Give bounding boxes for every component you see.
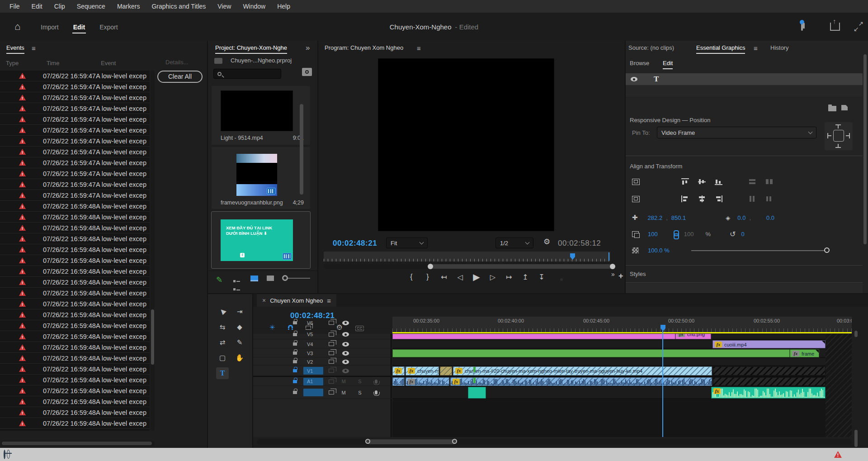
menu-graphics-and-titles[interactable]: Graphics and Titles — [146, 0, 212, 13]
transport-more-icon[interactable]: » — [611, 271, 615, 278]
mute-button[interactable]: M — [340, 379, 347, 384]
table-row[interactable]: !07/26/22 16:59:48A low-level excep — [0, 364, 150, 375]
clip-a1[interactable] — [713, 377, 826, 386]
fx-badge[interactable]: fx — [792, 351, 799, 356]
program-video-frame[interactable] — [378, 58, 554, 231]
align-bottom-icon[interactable] — [715, 178, 722, 185]
events-vscrollbar-thumb[interactable] — [151, 309, 154, 365]
new-item-pencil-icon[interactable]: ✎ — [216, 275, 222, 285]
track-visibility-eye-icon[interactable] — [342, 351, 349, 356]
distribute-horizontal-center-icon[interactable] — [749, 195, 756, 202]
go-to-in-icon[interactable]: ↤ — [437, 273, 451, 281]
table-row[interactable]: !07/26/22 16:59:47A low-level excep — [0, 157, 150, 168]
mute-button[interactable]: M — [340, 390, 347, 395]
table-row[interactable]: !07/26/22 16:59:48A low-level excep — [0, 255, 150, 266]
track-header-v6[interactable]: V6 — [253, 317, 392, 329]
timeline-vscrollbar-bottom[interactable] — [854, 430, 858, 447]
position-x-value[interactable]: 282.2 — [648, 214, 663, 221]
track-name-v4[interactable]: V4 — [303, 340, 323, 348]
clip-v1[interactable] — [440, 366, 452, 375]
table-row[interactable]: !07/26/22 16:59:48A low-level excep — [0, 299, 150, 309]
table-row[interactable]: !07/26/22 16:59:48A low-level excep — [0, 418, 150, 429]
project-item-name[interactable]: framevuognxanhblur.png — [221, 200, 283, 206]
program-zoom-scrollbar[interactable] — [324, 264, 610, 269]
pin-to-select[interactable]: Video Frame — [657, 127, 816, 138]
menu-view[interactable]: View — [212, 0, 237, 13]
program-zoom-knob-right[interactable] — [610, 264, 615, 269]
events-panel-tab[interactable]: Events — [6, 44, 24, 54]
program-zoom-select[interactable]: Fit — [386, 238, 428, 248]
table-row[interactable]: !07/26/22 16:59:47A low-level excep — [0, 179, 150, 190]
clip-a2[interactable] — [468, 387, 486, 399]
events-col-time[interactable]: Time — [47, 60, 59, 67]
solo-button[interactable]: S — [357, 390, 363, 395]
opacity-value[interactable]: 100.0 % — [648, 247, 670, 254]
clip-chuyen-ma-#2[interactable]: fxchuyen-ma-#2 — [406, 366, 439, 375]
table-row[interactable]: !07/26/22 16:59:48A low-level excep — [0, 201, 150, 212]
rectangle-tool[interactable]: ▢ — [216, 352, 229, 364]
subtab-browse[interactable]: Browse — [630, 60, 649, 67]
track-name-v6[interactable]: V6 — [303, 319, 323, 327]
source-patch-icon[interactable] — [329, 351, 334, 355]
table-row[interactable]: !07/26/22 16:59:48A low-level excep — [0, 266, 150, 277]
source-patch-icon[interactable] — [329, 380, 334, 384]
project-item-name[interactable]: Light - 9514.mp4 — [221, 135, 263, 141]
track-name-v5[interactable]: V5 — [303, 331, 323, 338]
track-header-v3[interactable]: V3 — [253, 349, 392, 357]
program-scrub-bar[interactable] — [324, 252, 610, 261]
distribute-horizontal-icon[interactable] — [749, 178, 756, 185]
share-icon[interactable] — [830, 23, 840, 33]
distribute-vertical-center-icon[interactable] — [765, 195, 773, 202]
lock-icon[interactable] — [293, 369, 297, 372]
table-row[interactable]: !07/26/22 16:59:48A low-level excep — [0, 244, 150, 255]
table-row[interactable]: !07/26/22 16:59:48A low-level excep — [0, 233, 150, 244]
table-row[interactable]: !07/26/22 16:59:48A low-level excep — [0, 385, 150, 396]
lock-icon[interactable] — [293, 342, 297, 346]
details-button[interactable]: Details... — [165, 59, 189, 66]
fx-badge[interactable]: fx — [453, 379, 460, 385]
pin-edges-widget[interactable] — [825, 122, 853, 150]
lift-icon[interactable]: ↥ — [519, 273, 532, 281]
track-name-v1[interactable]: V1 — [303, 367, 323, 375]
voiceover-mic-icon[interactable] — [375, 380, 377, 384]
new-folder-icon[interactable] — [828, 106, 836, 111]
center-horizontally-icon[interactable] — [632, 179, 640, 185]
menu-markers[interactable]: Markers — [111, 0, 146, 13]
track-header-v5[interactable]: V5 — [253, 330, 392, 339]
timeline-ruler[interactable]: 00:02:35:0000:02:40:0000:02:45:0000:02:5… — [392, 317, 852, 332]
project-panel-tab[interactable]: Project: Chuyen-Xom-Nghe — [215, 44, 287, 54]
source-patch-icon[interactable] — [329, 321, 334, 325]
table-row[interactable]: !07/26/22 16:59:48A low-level excep — [0, 375, 150, 385]
layer-row-empty[interactable] — [626, 85, 863, 97]
program-timecode[interactable]: 00:02:48:21 — [333, 239, 377, 248]
lock-icon[interactable] — [293, 360, 297, 363]
project-item[interactable]: Light - 9514.mp49:01 — [212, 86, 310, 145]
timeline-hscroll-knob-right[interactable] — [452, 439, 457, 444]
type-tool[interactable]: T — [216, 367, 229, 379]
search-bin-icon[interactable] — [302, 68, 312, 76]
header-tab-import[interactable]: Import — [40, 22, 60, 33]
anchor-y-value[interactable]: 0.0 — [766, 214, 774, 221]
track-lane-v2[interactable] — [392, 358, 852, 366]
events-warning-indicator-icon[interactable]: ! — [834, 451, 842, 458]
align-right-icon[interactable] — [715, 195, 722, 202]
thumbnail-zoom-knob[interactable] — [282, 275, 288, 281]
track-visibility-eye-icon[interactable] — [342, 360, 349, 364]
fx-badge[interactable]: fx — [713, 388, 721, 394]
close-icon[interactable]: × — [262, 297, 266, 304]
program-panel-menu-icon[interactable]: ≡ — [417, 44, 421, 52]
lock-icon[interactable] — [293, 333, 297, 336]
clip-v5[interactable] — [392, 334, 675, 339]
program-panel-tab[interactable]: Program: Chuyen Xom Ngheo — [325, 44, 403, 51]
lock-icon[interactable] — [293, 352, 297, 355]
network-globe-icon[interactable] — [4, 450, 5, 459]
list-view-icon[interactable] — [233, 276, 241, 282]
pen-tool[interactable]: ✎ — [233, 337, 246, 348]
layer-visibility-eye-icon[interactable] — [631, 77, 637, 81]
add-button-icon[interactable]: + — [618, 271, 623, 281]
table-row[interactable]: !07/26/22 16:59:48A low-level excep — [0, 320, 150, 331]
table-row[interactable]: !07/26/22 16:59:48A low-level excep — [0, 288, 150, 299]
voiceover-mic-icon[interactable] — [375, 390, 377, 394]
clip-v1[interactable] — [713, 366, 826, 375]
table-row[interactable]: !07/26/22 16:59:48A low-level excep — [0, 396, 150, 407]
